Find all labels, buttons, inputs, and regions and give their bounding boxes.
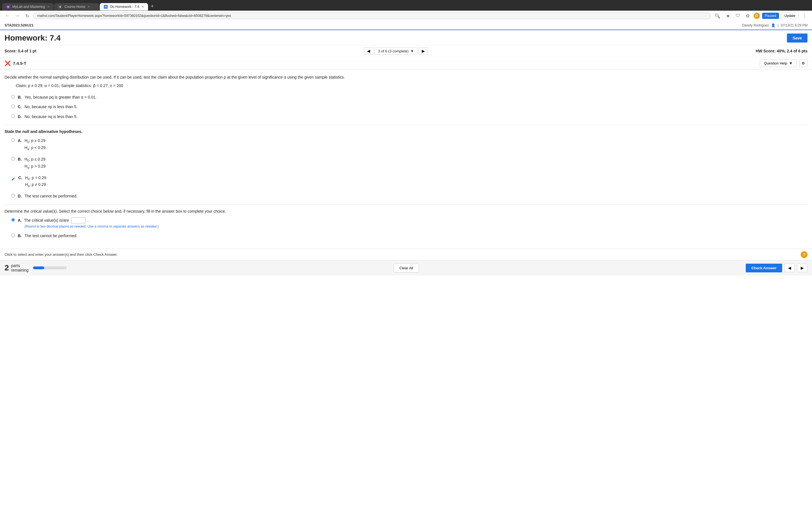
option-b-radio[interactable]	[11, 95, 15, 99]
option-b-label[interactable]: B. Yes, because pq is greater than α = 0…	[18, 94, 96, 100]
list-item: D. No, because nq is less than 5.	[11, 113, 808, 120]
parts-remaining-text: remaining	[11, 268, 29, 272]
hyp-b-letter: B.	[18, 156, 23, 162]
hyp-d-label[interactable]: D. The test cannot be performed.	[18, 193, 78, 199]
shield-button[interactable]: 🛡	[734, 13, 742, 19]
list-item: B. The test cannot be performed.	[11, 232, 808, 239]
datetime: 07/13/21 6:29 PM	[781, 23, 808, 27]
prev-question-button[interactable]: ◀	[364, 47, 373, 55]
footer-next-button[interactable]: ▶	[797, 264, 808, 272]
chevron-down-icon: ▼	[789, 61, 793, 65]
site-user-info: Dasely Rodriguez 👤 | 07/13/21 6:29 PM	[742, 23, 808, 27]
settings-button[interactable]: ⚙	[799, 59, 808, 67]
footer-right: Check Answer ◀ ▶	[746, 264, 808, 272]
section2-label: State the null and alternative hypothese…	[4, 128, 808, 135]
tab-favicon-mylab: M	[6, 5, 10, 9]
hyp-c-h0: H0: p = 0.29	[25, 175, 46, 182]
option-d-label[interactable]: D. No, because nq is less than 5.	[18, 114, 78, 120]
search-button[interactable]: 🔍	[713, 13, 722, 19]
tab-mylab-close[interactable]: ✕	[47, 5, 50, 9]
x-circle-icon: ❌	[4, 60, 11, 66]
next-question-button[interactable]: ▶	[419, 47, 428, 55]
critical-value-input[interactable]	[71, 217, 86, 223]
hyp-b-label[interactable]: B. H0: p ≤ 0.29 Ha: p > 0.29	[18, 156, 45, 170]
section-divider-2	[4, 205, 808, 205]
user-icon: 👤	[771, 23, 775, 27]
browser-actions: 🔍 ★ 🛡 ⚙ D Paused Update ⋮	[713, 12, 809, 19]
update-button[interactable]: Update	[781, 12, 799, 19]
site-header: STA2023.526U21 Dasely Rodriguez 👤 | 07/1…	[0, 21, 812, 30]
option-c-letter: C.	[18, 104, 23, 110]
tab-homework-close[interactable]: ✕	[142, 5, 144, 9]
tab-bar: M MyLab and Mastering ✕ ■ Course Home ✕ …	[0, 0, 812, 10]
url-box[interactable]: mathxl.com/Student/PlayerHomework.aspx?h…	[33, 12, 711, 19]
question-help-button[interactable]: Question Help ▼	[760, 59, 797, 67]
crit-b-radio[interactable]	[11, 233, 15, 237]
paused-label: Paused	[765, 14, 776, 18]
crit-a-radio[interactable]	[11, 218, 15, 222]
gear-icon: ⚙	[802, 61, 805, 65]
homework-header: Homework: 7.4 Save	[0, 30, 812, 45]
tab-mylab[interactable]: M MyLab and Mastering ✕	[2, 3, 54, 10]
list-item: B. H0: p ≤ 0.29 Ha: p > 0.29	[11, 156, 808, 171]
check-answer-button[interactable]: Check Answer	[746, 264, 782, 272]
list-item: D. The test cannot be performed.	[11, 192, 808, 200]
help-circle-button[interactable]: ?	[801, 251, 808, 258]
option-b-text: Yes, because pq is greater than α = 0.01…	[24, 94, 96, 100]
footer-center: Clear All	[394, 263, 419, 273]
crit-a-content: A. The critical value(s) is/are . (Round…	[18, 217, 159, 230]
question-help-label: Question Help	[764, 61, 787, 65]
option-d-radio[interactable]	[11, 114, 15, 118]
tab-course[interactable]: ■ Course Home ✕	[54, 3, 99, 10]
hyp-b-radio[interactable]	[11, 157, 15, 161]
back-button[interactable]: ←	[3, 13, 11, 19]
clear-all-button[interactable]: Clear All	[394, 263, 419, 273]
hyp-a-lines: H0: p ≥ 0.29 Ha: p < 0.29	[24, 137, 45, 152]
list-item: ✔ C. H0: p = 0.29 Ha: p ≠ 0.29	[11, 174, 808, 189]
profile-avatar[interactable]: D	[754, 13, 760, 19]
footer-left: 2 parts remaining	[4, 263, 67, 272]
tab-favicon-homework: P	[104, 5, 108, 9]
score-display: Score: 0.4 of 1 pt	[4, 49, 36, 53]
hyp-a-ha: Ha: p < 0.29	[24, 145, 45, 152]
crit-a-text-after: .	[88, 217, 89, 223]
hyp-c-lines: H0: p = 0.29 Ha: p ≠ 0.29	[25, 175, 46, 189]
tab-course-close[interactable]: ✕	[87, 5, 90, 9]
hyp-d-radio[interactable]	[11, 194, 15, 198]
option-c-label[interactable]: C. No, because np is less than 5.	[18, 104, 78, 110]
hyp-c-label[interactable]: C. H0: p = 0.29 Ha: p ≠ 0.29	[18, 175, 46, 189]
menu-button[interactable]: ⋮	[801, 13, 809, 19]
correct-checkmark-icon: ✔	[11, 175, 15, 183]
hyp-b-lines: H0: p ≤ 0.29 Ha: p > 0.29	[24, 156, 45, 170]
instructions-bar: Click to select and enter your answer(s)…	[0, 249, 812, 260]
tab-favicon-course: ■	[58, 5, 62, 9]
tab-homework[interactable]: P Do Homework - 7.4 ✕	[100, 3, 148, 10]
new-tab-button[interactable]: +	[149, 2, 156, 10]
extensions-button[interactable]: ⚙	[744, 13, 751, 19]
paused-button[interactable]: Paused	[762, 13, 779, 19]
question-header: ❌ 7.4.5-T Question Help ▼ ⚙	[0, 57, 812, 69]
save-button[interactable]: Save	[787, 34, 808, 43]
address-bar: ← → ↻ mathxl.com/Student/PlayerHomework.…	[0, 10, 812, 21]
option-c-radio[interactable]	[11, 105, 15, 108]
progress-bar	[33, 267, 67, 269]
footer-prev-button[interactable]: ◀	[784, 264, 795, 272]
bookmark-button[interactable]: ★	[724, 13, 732, 19]
forward-button[interactable]: →	[13, 13, 21, 19]
hyp-c-letter: C.	[18, 175, 23, 181]
hyp-a-radio[interactable]	[11, 138, 15, 142]
crit-a-text-before: The critical value(s) is/are	[24, 217, 69, 223]
reload-button[interactable]: ↻	[24, 13, 31, 19]
crit-b-label[interactable]: B. The test cannot be performed.	[18, 233, 78, 239]
question-counter[interactable]: 3 of 6 (3 complete) ▼	[374, 48, 417, 55]
tab-mylab-label: MyLab and Mastering	[12, 5, 45, 9]
hyp-a-label[interactable]: A. H0: p ≥ 0.29 Ha: p < 0.29	[18, 137, 45, 152]
question-claim: Claim: p ≠ 0.29; α = 0.01; Sample statis…	[16, 82, 808, 89]
hyp-a-letter: A.	[18, 137, 23, 144]
score-label: Score:	[4, 49, 17, 53]
hyp-c-ha: Ha: p ≠ 0.29	[25, 181, 46, 188]
option-c-text: No, because np is less than 5.	[24, 104, 78, 110]
separator: |	[777, 23, 778, 27]
list-item: C. No, because np is less than 5.	[11, 103, 808, 110]
list-item: A. The critical value(s) is/are . (Round…	[11, 217, 808, 230]
